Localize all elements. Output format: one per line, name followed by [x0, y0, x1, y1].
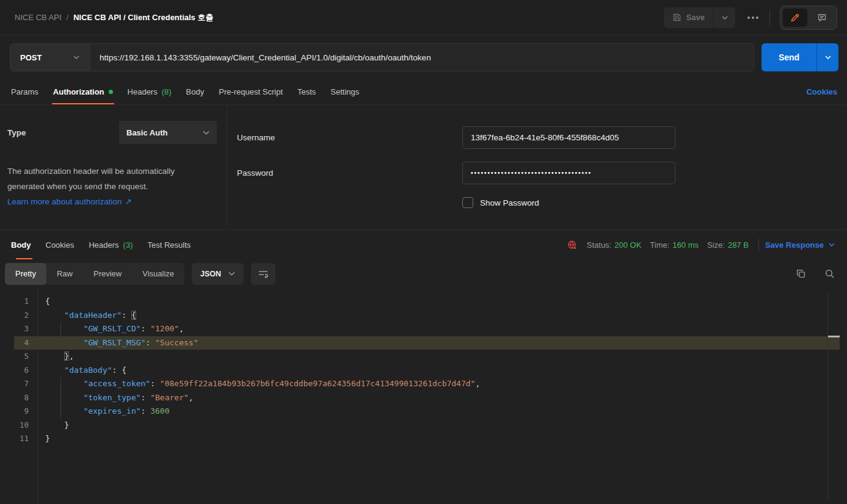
code-line: 7 "access_token": "08e59ff22a184b93b267b… — [0, 377, 847, 391]
auth-configured-dot — [109, 90, 113, 94]
copy-icon[interactable] — [796, 268, 806, 279]
format-select[interactable]: JSON — [192, 263, 244, 285]
send-options-button[interactable] — [816, 43, 838, 71]
code-line: 10 } — [0, 419, 847, 433]
view-raw[interactable]: Raw — [46, 263, 83, 285]
line-number: 2 — [0, 309, 38, 323]
response-tab-test-results[interactable]: Test Results — [140, 230, 198, 259]
comment-icon — [817, 13, 827, 23]
save-icon — [672, 13, 682, 22]
tab-count: (8) — [162, 87, 172, 96]
format-value: JSON — [200, 270, 221, 278]
code-line: 6 "dataBody": { — [0, 364, 847, 378]
tab-label: Body — [11, 240, 31, 250]
response-tab-headers[interactable]: Headers (3) — [81, 230, 140, 259]
ssl-warning-icon[interactable] — [567, 239, 578, 251]
tab-headers[interactable]: Headers (8) — [120, 79, 179, 104]
chevron-down-icon — [228, 272, 235, 276]
line-number: 7 — [0, 377, 38, 391]
save-button[interactable]: Save — [664, 7, 713, 28]
code-lines: 1{2 "dataHeader": {3 "GW_RSLT_CD": "1200… — [0, 295, 847, 446]
chevron-down-icon — [203, 131, 209, 135]
view-visualize[interactable]: Visualize — [132, 263, 184, 285]
auth-note-line1: The authorization header will be automat… — [7, 164, 217, 179]
code-line: 1{ — [0, 295, 847, 309]
edit-mode-button[interactable] — [783, 9, 807, 27]
save-options-button[interactable] — [713, 7, 735, 28]
save-response-label: Save Response — [765, 240, 824, 250]
request-builder: POST https://192.168.1.143:3355/gateway/… — [0, 35, 847, 79]
size-value: 287 B — [728, 240, 749, 250]
response-meta: Status: 200 OK Time: 160 ms Size: 287 B … — [567, 230, 837, 259]
size-label: Size: — [707, 240, 725, 250]
time-label: Time: — [650, 240, 669, 250]
response-actions — [796, 268, 835, 279]
response-tab-cookies[interactable]: Cookies — [38, 230, 82, 259]
scrollbar-thumb[interactable] — [828, 336, 840, 337]
tab-label: Test Results — [148, 240, 191, 250]
top-divider — [769, 10, 770, 26]
code-line: 2 "dataHeader": { — [0, 309, 847, 323]
chevron-down-icon — [722, 16, 728, 20]
chevron-down-icon — [825, 56, 831, 59]
auth-note-line2: generated when you send the request. — [7, 179, 217, 194]
view-preview[interactable]: Preview — [83, 263, 132, 285]
code-line: 5 }, — [0, 350, 847, 364]
method-select[interactable]: POST — [10, 44, 90, 71]
tab-label: Pre-request Script — [219, 87, 283, 96]
send-button[interactable]: Send — [762, 43, 816, 71]
scrollbar-track — [827, 293, 828, 500]
tab-pre-request-script[interactable]: Pre-request Script — [211, 79, 290, 104]
line-number: 11 — [0, 432, 38, 446]
cookies-link[interactable]: Cookies — [806, 79, 837, 104]
save-response-button[interactable]: Save Response — [763, 240, 837, 250]
auth-type-select[interactable]: Basic Auth — [119, 121, 217, 144]
password-field[interactable]: •••••••••••••••••••••••••••••••••••• — [462, 162, 675, 184]
learn-more-label: Learn more about authorization — [7, 194, 122, 209]
response-tab-body[interactable]: Body — [10, 230, 38, 259]
comment-button[interactable] — [810, 9, 834, 27]
tab-params[interactable]: Params — [10, 79, 46, 104]
tab-label: Cookies — [46, 240, 75, 250]
tab-count: (3) — [123, 240, 133, 250]
code-line: 11} — [0, 432, 847, 446]
response-view-switcher: Pretty Raw Preview Visualize — [5, 263, 184, 285]
text-wrap-icon — [258, 270, 269, 278]
search-icon[interactable] — [824, 268, 835, 279]
learn-more-link[interactable]: Learn more about authorization ↗ — [7, 194, 132, 209]
response-header: Body Cookies Headers (3) Test Results St… — [0, 230, 847, 259]
status-label: Status: — [587, 240, 611, 250]
password-masked-value: •••••••••••••••••••••••••••••••••••• — [471, 170, 592, 176]
pencil-icon — [790, 13, 800, 23]
external-link-icon: ↗ — [125, 194, 132, 209]
line-number: 5 — [0, 350, 38, 364]
line-number: 8 — [0, 391, 38, 405]
save-button-group: Save — [664, 7, 735, 28]
tab-label: Headers — [89, 240, 118, 250]
status-value: 200 OK — [614, 240, 641, 250]
tab-label: Authorization — [53, 87, 104, 96]
meta-divider — [758, 239, 759, 251]
tab-label: Params — [11, 87, 38, 96]
username-label: Username — [227, 133, 462, 142]
line-number: 6 — [0, 364, 38, 378]
more-actions-button[interactable] — [747, 16, 758, 19]
username-field[interactable]: 13f67fea-6b24-41e5-80f6-455f868c4d05 — [462, 126, 675, 149]
auth-type-label: Type — [7, 128, 26, 137]
line-number: 4 — [0, 336, 38, 350]
view-pretty[interactable]: Pretty — [5, 263, 46, 285]
tab-settings[interactable]: Settings — [323, 79, 366, 104]
tab-body[interactable]: Body — [179, 79, 212, 104]
response-body-editor[interactable]: 1{2 "dataHeader": {3 "GW_RSLT_CD": "1200… — [0, 288, 847, 504]
breadcrumb-separator: / — [67, 13, 69, 22]
tab-authorization[interactable]: Authorization — [46, 79, 120, 104]
tab-tests[interactable]: Tests — [290, 79, 323, 104]
wrap-text-button[interactable] — [251, 263, 275, 285]
url-input[interactable]: https://192.168.1.143:3355/gateway/Clien… — [90, 44, 754, 71]
breadcrumb: NICE CB API / NICE CB API / Client Crede… — [15, 12, 213, 23]
tab-label: Headers — [128, 87, 158, 96]
show-password-checkbox[interactable] — [462, 197, 473, 208]
breadcrumb-collection[interactable]: NICE CB API — [15, 13, 62, 22]
code-line: 9 "expires_in": 3600 — [0, 405, 847, 419]
auth-type-value: Basic Auth — [126, 128, 167, 137]
